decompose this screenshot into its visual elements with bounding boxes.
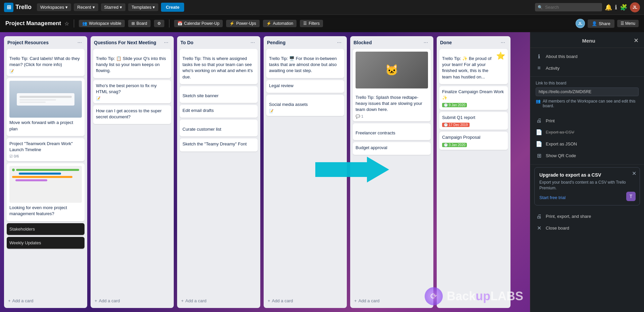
print-export-icon: 🖨 bbox=[536, 213, 542, 220]
customize-btn[interactable]: ⚙ bbox=[154, 20, 164, 27]
card-td-3[interactable]: Edit email drafts bbox=[180, 105, 258, 118]
card-q-2[interactable]: Who's the best person to fix my HTML sna… bbox=[93, 80, 171, 103]
card-td-1[interactable]: Trello Tip: This is where assigned tasks… bbox=[180, 49, 258, 84]
workspace-visible-btn[interactable]: 👥 Workspace visible bbox=[79, 20, 124, 27]
upgrade-popup-close-btn[interactable]: ✕ bbox=[632, 170, 636, 177]
panel-item-print-export[interactable]: 🖨 Print, export, and share bbox=[530, 211, 644, 222]
link-section: Link to this board 👥 All members of the … bbox=[530, 77, 644, 112]
start-trial-link[interactable]: Start free trial bbox=[539, 195, 566, 200]
print-icon: 🖨 bbox=[536, 118, 542, 124]
backuplabs-watermark: ⟳ BackupLABS bbox=[425, 287, 523, 305]
add-card-btn-blocked[interactable]: + Add a card bbox=[353, 296, 431, 305]
card-text-dn-3: Submit Q1 report bbox=[442, 115, 505, 121]
column-menu-todo[interactable]: ··· bbox=[249, 39, 257, 46]
info-btn[interactable]: ℹ bbox=[615, 4, 617, 11]
add-card-btn-pending[interactable]: + Add a card bbox=[266, 296, 344, 305]
link-input-field[interactable] bbox=[536, 87, 639, 96]
powerups-label: Power-Ups bbox=[236, 21, 256, 26]
powerups-btn[interactable]: ⚡ Power-Ups bbox=[226, 20, 259, 27]
card-text-q-3: How can I get access to the super secret… bbox=[96, 108, 168, 120]
card-pe-1[interactable]: Trello Tip: 🖥️ For those in-between task… bbox=[266, 49, 344, 78]
card-q-3[interactable]: How can I get access to the super secret… bbox=[93, 105, 171, 124]
panel-item-export-json[interactable]: 📄 Export as JSON bbox=[530, 138, 644, 150]
panel-item-qr-code[interactable]: ⊞ Show QR Code bbox=[530, 150, 644, 162]
share-btn[interactable]: 👤 Share bbox=[588, 19, 614, 28]
search-input[interactable] bbox=[535, 3, 602, 11]
card-pr-1[interactable]: Trello Tip: Card labels! What do they me… bbox=[7, 49, 85, 76]
card-pr-6[interactable]: Weekly Updates bbox=[7, 237, 85, 249]
card-td-4[interactable]: Curate customer list bbox=[180, 120, 258, 136]
card-pr-3[interactable]: Project "Teamwork Dream Work" Launch Tim… bbox=[7, 138, 85, 161]
card-text-pe-1: Trello Tip: 🖥️ For those in-between task… bbox=[269, 56, 341, 74]
close-board-label: Close board bbox=[546, 226, 569, 231]
print-export-label: Print, export, and share bbox=[546, 214, 591, 219]
card-pr-4[interactable]: Looking for even more project management… bbox=[7, 163, 85, 221]
card-text-td-4: Curate customer list bbox=[182, 126, 255, 132]
workspaces-btn[interactable]: Workspaces ▾ bbox=[37, 3, 71, 11]
add-card-label-pe: Add a card bbox=[272, 298, 293, 303]
menu-btn[interactable]: ☰ Menu bbox=[617, 20, 639, 27]
create-btn[interactable]: Create bbox=[161, 3, 184, 12]
board-view-btn[interactable]: ⊞ Board bbox=[128, 20, 151, 27]
panel-item-close-board[interactable]: ✕ Close board bbox=[530, 222, 644, 234]
add-card-btn-questions[interactable]: + Add a card bbox=[93, 296, 171, 305]
notifications-btn[interactable]: 🔔 bbox=[605, 4, 612, 11]
panel-item-about[interactable]: ℹ About this board bbox=[530, 51, 644, 62]
print-label: Print bbox=[546, 118, 555, 123]
filters-btn[interactable]: ☰ Filters bbox=[300, 20, 323, 27]
tl-row-1 bbox=[12, 169, 79, 171]
card-pe-3[interactable]: Social media assets 📝 bbox=[266, 95, 344, 116]
panel-item-export-csv[interactable]: 📄 Export as CSV bbox=[530, 126, 644, 138]
board-title: Project Management bbox=[5, 20, 61, 27]
card-pr-2[interactable]: Move work forward with a project plan bbox=[7, 78, 85, 136]
export-csv-label: Export as CSV bbox=[546, 130, 574, 135]
calendar-powerup-btn[interactable]: 📅 Calendar Power-Up bbox=[174, 20, 223, 27]
column-menu-questions[interactable]: ··· bbox=[162, 39, 170, 46]
starred-chevron: ▾ bbox=[120, 5, 122, 10]
card-dn-3[interactable]: Submit Q1 report 🕐 17 Dec 2019 bbox=[439, 112, 508, 130]
card-dn-1[interactable]: Trello Tip: ✨ Be proud of your team! For… bbox=[439, 49, 508, 84]
about-icon: ℹ bbox=[536, 53, 542, 60]
column-menu-blocked[interactable]: ··· bbox=[422, 39, 430, 46]
card-bl-3[interactable]: Budget approval bbox=[353, 142, 431, 155]
column-header-project-resources: Project Resources ··· bbox=[7, 39, 85, 46]
card-td-5[interactable]: Sketch the "Teamy Dreamy" Font bbox=[180, 138, 258, 151]
templates-btn[interactable]: Templates ▾ bbox=[128, 3, 158, 11]
tl-row-2 bbox=[19, 173, 79, 175]
right-panel: Menu ✕ ℹ About this board ≡ Activity Lin… bbox=[530, 32, 644, 312]
profile-btn[interactable]: 🧩 bbox=[620, 4, 627, 11]
panel-close-btn[interactable]: ✕ bbox=[634, 37, 639, 44]
column-questions: Questions For Next Meeting ··· Trello Ti… bbox=[91, 36, 174, 308]
trello-logo[interactable]: Trello bbox=[4, 3, 32, 12]
add-card-btn-project-resources[interactable]: + Add a card bbox=[7, 296, 85, 305]
card-bl-2[interactable]: Freelancer contracts bbox=[353, 123, 431, 140]
card-pe-2[interactable]: Legal review bbox=[266, 80, 344, 93]
add-icon-td: + bbox=[181, 298, 184, 303]
star-board-btn[interactable]: ☆ bbox=[64, 20, 69, 27]
checklist-icon: ☑ 0/6 bbox=[9, 154, 19, 159]
upgrade-popup: ✕ Upgrade to export as a CSV Export your… bbox=[534, 167, 640, 205]
panel-item-print[interactable]: 🖨 Print bbox=[530, 115, 644, 126]
user-avatar[interactable]: JL bbox=[630, 2, 640, 12]
panel-main-items: ℹ About this board ≡ Activity bbox=[530, 48, 644, 77]
automation-icon: ⚡ bbox=[266, 21, 271, 26]
column-header-questions: Questions For Next Meeting ··· bbox=[93, 39, 171, 46]
card-td-2[interactable]: Sketch site banner bbox=[180, 86, 258, 103]
starred-btn[interactable]: Starred ▾ bbox=[101, 3, 126, 11]
workspace-visible-label: Workspace visible bbox=[89, 21, 121, 26]
backuplabs-text: BackupLABS bbox=[447, 289, 523, 303]
card-q-1[interactable]: Trello Tip: 📋 Slide your Q's into this h… bbox=[93, 49, 171, 78]
add-card-btn-todo[interactable]: + Add a card bbox=[180, 296, 258, 305]
member-avatar-1[interactable]: JL bbox=[576, 19, 585, 28]
recent-btn[interactable]: Recent ▾ bbox=[74, 3, 98, 11]
card-dn-4[interactable]: Campaign Proposal 🕐 3 Jan 2020 bbox=[439, 132, 508, 149]
card-pr-5[interactable]: Stakeholders bbox=[7, 223, 85, 235]
card-dn-2[interactable]: Finalize Campaign Dream Work ✨ 🕐 9 Jan 2… bbox=[439, 86, 508, 110]
column-menu-project-resources[interactable]: ··· bbox=[75, 39, 84, 46]
share-icon: 👤 bbox=[592, 21, 597, 26]
automation-btn[interactable]: ⚡ Automation bbox=[263, 20, 297, 27]
panel-item-activity[interactable]: ≡ Activity bbox=[530, 62, 644, 74]
column-menu-pending[interactable]: ··· bbox=[335, 39, 343, 46]
column-menu-done[interactable]: ··· bbox=[499, 39, 507, 46]
card-bl-1[interactable]: 🐱 Trello Tip: Splash those redtape-heavy… bbox=[353, 49, 431, 121]
